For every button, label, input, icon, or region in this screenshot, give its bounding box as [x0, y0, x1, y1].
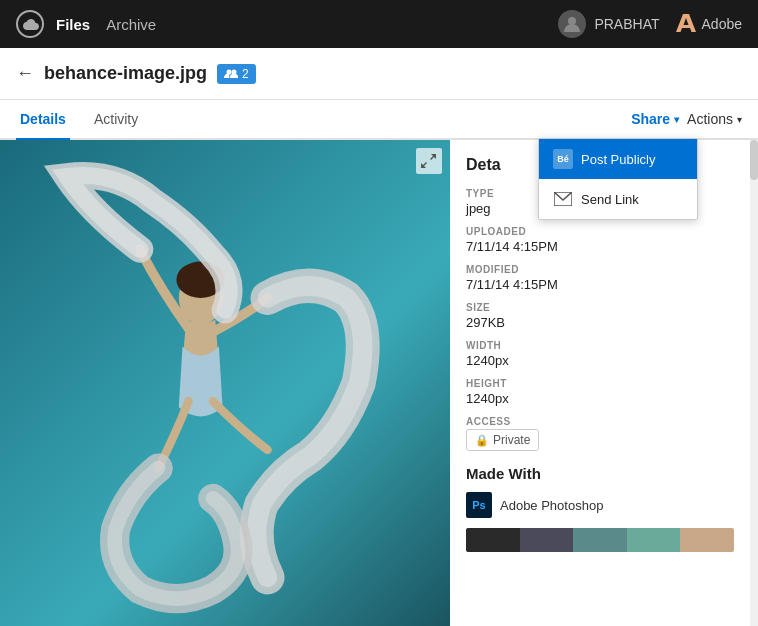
swatch-2 — [520, 528, 574, 552]
adobe-logo-icon — [676, 14, 696, 35]
share-dropdown: Bé Post Publicly Send Link — [538, 138, 698, 220]
modified-label: MODIFIED — [466, 264, 734, 275]
height-label: HEIGHT — [466, 378, 734, 389]
made-with-item: Ps Adobe Photoshop — [466, 492, 734, 518]
ps-app-name: Adobe Photoshop — [500, 498, 603, 513]
back-button[interactable]: ← — [16, 63, 34, 84]
mail-icon — [553, 189, 573, 209]
image-area — [0, 140, 450, 626]
made-with-title: Made With — [466, 465, 734, 482]
actions-chevron-icon: ▾ — [737, 114, 742, 125]
svg-point-0 — [568, 17, 576, 25]
scrollbar-thumb[interactable] — [750, 140, 758, 180]
access-badge[interactable]: 🔒 Private — [466, 429, 539, 451]
adobe-label: Adobe — [702, 16, 742, 32]
tab-details[interactable]: Details — [16, 100, 70, 140]
uploaded-group: UPLOADED 7/11/14 4:15PM — [466, 226, 734, 254]
swatch-1 — [466, 528, 520, 552]
size-value: 297KB — [466, 315, 734, 330]
uploaded-label: UPLOADED — [466, 226, 734, 237]
collab-badge[interactable]: 2 — [217, 64, 256, 84]
collab-icon — [224, 68, 238, 80]
access-label: ACCESS — [466, 416, 734, 427]
nav-adobe: Adobe — [676, 14, 742, 35]
modified-value: 7/11/14 4:15PM — [466, 277, 734, 292]
share-button[interactable]: Share ▾ — [631, 111, 679, 127]
nav-user: PRABHAT — [558, 10, 659, 38]
height-group: HEIGHT 1240px — [466, 378, 734, 406]
uploaded-value: 7/11/14 4:15PM — [466, 239, 734, 254]
post-publicly-option[interactable]: Bé Post Publicly — [539, 139, 697, 179]
width-label: WIDTH — [466, 340, 734, 351]
dancer-illustration — [0, 140, 450, 626]
width-group: WIDTH 1240px — [466, 340, 734, 368]
post-publicly-label: Post Publicly — [581, 152, 655, 167]
swatch-5 — [680, 528, 734, 552]
swatch-3 — [573, 528, 627, 552]
share-chevron-icon: ▾ — [674, 114, 679, 125]
top-nav: Files Archive PRABHAT Adobe — [0, 0, 758, 48]
color-swatches — [466, 528, 734, 552]
size-group: SIZE 297KB — [466, 302, 734, 330]
send-link-option[interactable]: Send Link — [539, 179, 697, 219]
photoshop-icon: Ps — [466, 492, 492, 518]
behance-icon: Bé — [553, 149, 573, 169]
tab-activity[interactable]: Activity — [90, 100, 142, 140]
scrollbar-track[interactable] — [750, 140, 758, 626]
avatar — [558, 10, 586, 38]
user-name: PRABHAT — [594, 16, 659, 32]
size-label: SIZE — [466, 302, 734, 313]
file-name: behance-image.jpg — [44, 63, 207, 84]
access-value: Private — [493, 433, 530, 447]
nav-files-link[interactable]: Files — [56, 16, 90, 33]
lock-icon: 🔒 — [475, 434, 489, 447]
actions-button[interactable]: Actions ▾ — [687, 111, 742, 127]
nav-archive-link[interactable]: Archive — [106, 16, 156, 33]
access-group: ACCESS 🔒 Private — [466, 416, 734, 451]
file-header: ← behance-image.jpg 2 — [0, 48, 758, 100]
cloud-icon — [16, 10, 44, 38]
width-value: 1240px — [466, 353, 734, 368]
swatch-4 — [627, 528, 681, 552]
height-value: 1240px — [466, 391, 734, 406]
modified-group: MODIFIED 7/11/14 4:15PM — [466, 264, 734, 292]
send-link-label: Send Link — [581, 192, 639, 207]
tabs-right: Share ▾ Actions ▾ — [631, 100, 742, 138]
expand-button[interactable] — [416, 148, 442, 174]
tabs-row: Details Activity Share ▾ Actions ▾ Bé Po… — [0, 100, 758, 140]
collab-count: 2 — [242, 67, 249, 81]
preview-image — [0, 140, 450, 626]
